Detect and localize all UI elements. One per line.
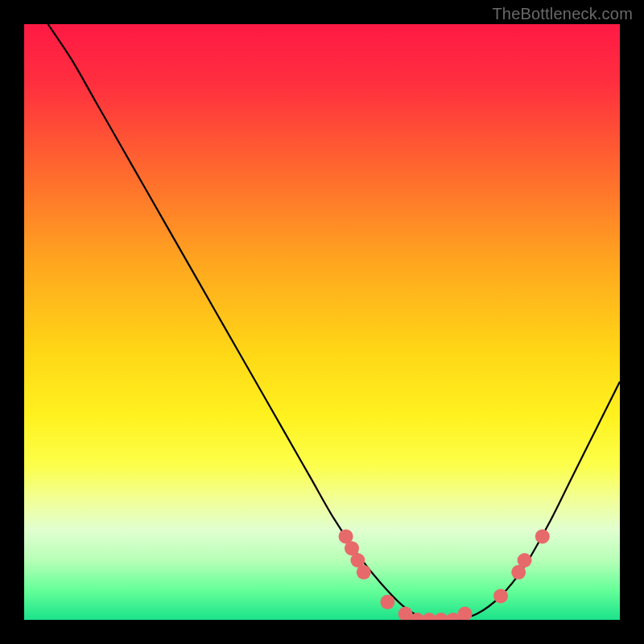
plot-area — [24, 24, 620, 620]
bottleneck-curve — [48, 24, 620, 620]
marker-dot — [357, 565, 371, 580]
marker-dot — [380, 595, 394, 609]
chart-container: TheBottleneck.com — [0, 0, 644, 644]
marker-dot — [535, 529, 550, 543]
marker-dot — [458, 607, 473, 620]
marker-dot — [493, 588, 508, 603]
marker-dot — [518, 553, 532, 568]
curve-layer — [24, 24, 620, 620]
marker-group — [339, 529, 550, 620]
watermark-text: TheBottleneck.com — [492, 5, 633, 23]
